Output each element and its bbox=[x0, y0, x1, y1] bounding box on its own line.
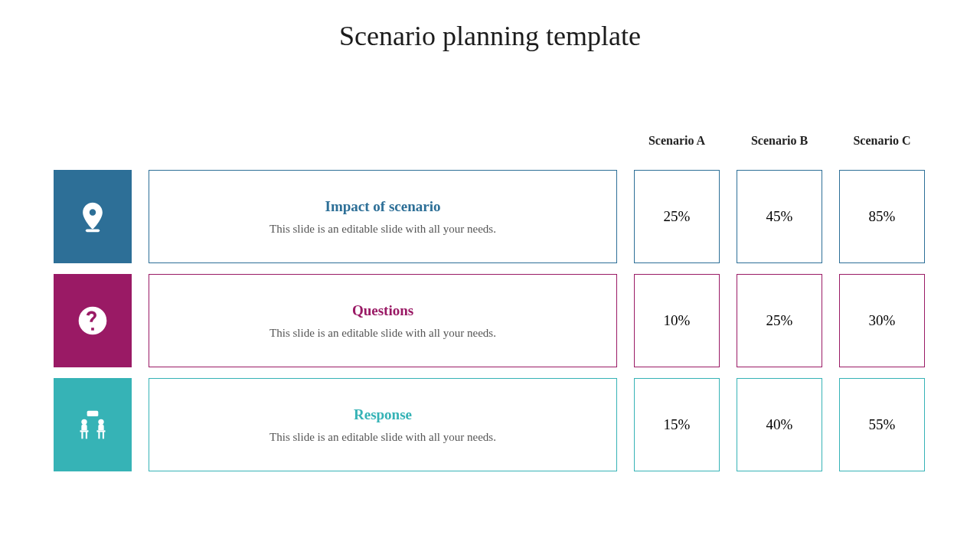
column-headers: Scenario A Scenario B Scenario C bbox=[54, 122, 926, 159]
svg-rect-10 bbox=[103, 432, 104, 439]
slide-title: Scenario planning template bbox=[0, 20, 980, 52]
svg-rect-8 bbox=[86, 432, 87, 439]
card-title: Questions bbox=[352, 302, 413, 319]
svg-rect-0 bbox=[86, 230, 100, 233]
card-desc: This slide is an editable slide with all… bbox=[270, 327, 496, 340]
value-cell: 30% bbox=[839, 274, 925, 367]
scenario-header-c: Scenario C bbox=[839, 134, 925, 148]
value-cell: 25% bbox=[737, 274, 822, 367]
value-cell: 85% bbox=[839, 170, 925, 263]
discussion-icon bbox=[54, 378, 132, 471]
card-title: Response bbox=[354, 406, 412, 423]
svg-point-3 bbox=[81, 419, 87, 425]
impact-card: Impact of scenario This slide is an edit… bbox=[149, 170, 617, 263]
svg-rect-9 bbox=[98, 432, 100, 439]
scenario-header-a: Scenario A bbox=[634, 134, 720, 148]
svg-rect-7 bbox=[81, 432, 83, 439]
response-card: Response This slide is an editable slide… bbox=[149, 378, 617, 471]
card-title: Impact of scenario bbox=[325, 198, 441, 215]
scenario-grid: Scenario A Scenario B Scenario C Impact … bbox=[54, 122, 926, 471]
table-row: Response This slide is an editable slide… bbox=[54, 378, 926, 471]
scenario-header-b: Scenario B bbox=[737, 134, 822, 148]
card-desc: This slide is an editable slide with all… bbox=[270, 431, 496, 444]
value-cell: 10% bbox=[634, 274, 720, 367]
value-cell: 45% bbox=[737, 170, 822, 263]
pin-icon bbox=[54, 170, 132, 263]
table-row: Impact of scenario This slide is an edit… bbox=[54, 170, 926, 263]
value-cell: 40% bbox=[737, 378, 822, 471]
table-row: Questions This slide is an editable slid… bbox=[54, 274, 926, 367]
svg-point-4 bbox=[98, 419, 103, 425]
value-cell: 55% bbox=[839, 378, 925, 471]
value-cell: 15% bbox=[634, 378, 720, 471]
card-desc: This slide is an editable slide with all… bbox=[270, 223, 496, 236]
questions-card: Questions This slide is an editable slid… bbox=[149, 274, 617, 367]
value-cell: 25% bbox=[634, 170, 720, 263]
question-icon bbox=[54, 274, 132, 367]
